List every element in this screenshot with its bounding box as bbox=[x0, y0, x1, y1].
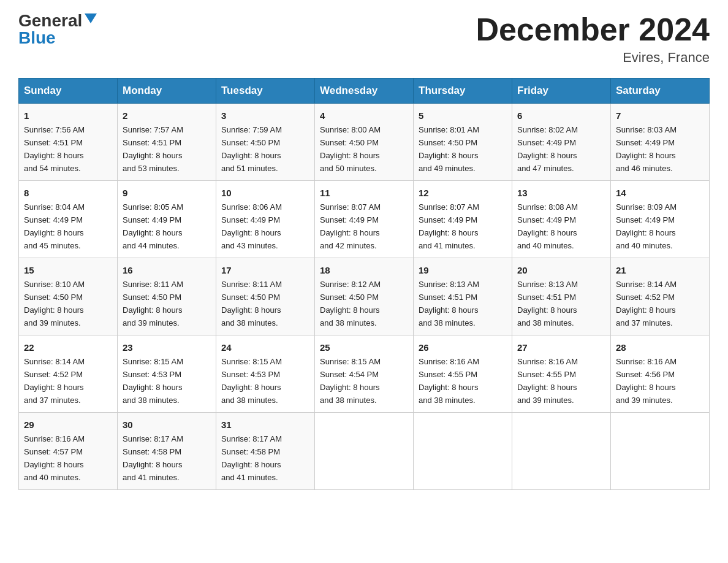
day-info: Sunrise: 8:03 AMSunset: 4:49 PMDaylight:… bbox=[616, 125, 677, 173]
day-cell: 3 Sunrise: 7:59 AMSunset: 4:50 PMDayligh… bbox=[216, 104, 315, 181]
logo: General Blue bbox=[18, 12, 97, 47]
day-info: Sunrise: 8:14 AMSunset: 4:52 PMDaylight:… bbox=[24, 357, 85, 405]
day-cell: 27 Sunrise: 8:16 AMSunset: 4:55 PMDaylig… bbox=[512, 335, 611, 413]
day-cell: 15 Sunrise: 8:10 AMSunset: 4:50 PMDaylig… bbox=[19, 258, 118, 335]
logo-general-text: General bbox=[18, 12, 82, 29]
day-cell: 20 Sunrise: 8:13 AMSunset: 4:51 PMDaylig… bbox=[512, 258, 611, 335]
day-cell: 24 Sunrise: 8:15 AMSunset: 4:53 PMDaylig… bbox=[216, 335, 315, 413]
day-info: Sunrise: 8:07 AMSunset: 4:49 PMDaylight:… bbox=[419, 202, 479, 250]
day-number: 4 bbox=[320, 109, 408, 123]
day-cell: 12 Sunrise: 8:07 AMSunset: 4:49 PMDaylig… bbox=[414, 181, 512, 258]
day-cell: 19 Sunrise: 8:13 AMSunset: 4:51 PMDaylig… bbox=[414, 258, 512, 335]
day-cell: 21 Sunrise: 8:14 AMSunset: 4:52 PMDaylig… bbox=[611, 258, 710, 335]
day-info: Sunrise: 8:13 AMSunset: 4:51 PMDaylight:… bbox=[419, 280, 479, 327]
page-header: General Blue December 2024 Evires, Franc… bbox=[18, 12, 710, 66]
day-cell: 29 Sunrise: 8:16 AMSunset: 4:57 PMDaylig… bbox=[19, 412, 118, 489]
day-number: 15 bbox=[24, 263, 112, 277]
day-info: Sunrise: 8:11 AMSunset: 4:50 PMDaylight:… bbox=[123, 280, 183, 327]
week-row-3: 15 Sunrise: 8:10 AMSunset: 4:50 PMDaylig… bbox=[19, 258, 710, 335]
day-cell: 23 Sunrise: 8:15 AMSunset: 4:53 PMDaylig… bbox=[118, 335, 216, 413]
title-area: December 2024 Evires, France bbox=[476, 12, 710, 66]
header-cell-sunday: Sunday bbox=[19, 79, 118, 104]
day-cell: 22 Sunrise: 8:14 AMSunset: 4:52 PMDaylig… bbox=[19, 335, 118, 413]
day-number: 9 bbox=[123, 186, 211, 200]
day-number: 29 bbox=[24, 418, 112, 432]
day-cell: 2 Sunrise: 7:57 AMSunset: 4:51 PMDayligh… bbox=[118, 104, 216, 181]
day-cell bbox=[512, 412, 611, 489]
header-cell-friday: Friday bbox=[512, 79, 611, 104]
day-number: 17 bbox=[221, 263, 309, 277]
day-cell: 4 Sunrise: 8:00 AMSunset: 4:50 PMDayligh… bbox=[315, 104, 414, 181]
header-row: SundayMondayTuesdayWednesdayThursdayFrid… bbox=[19, 79, 710, 104]
day-number: 30 bbox=[123, 418, 211, 432]
day-number: 16 bbox=[123, 263, 211, 277]
day-info: Sunrise: 8:04 AMSunset: 4:49 PMDaylight:… bbox=[24, 202, 85, 250]
day-info: Sunrise: 8:09 AMSunset: 4:49 PMDaylight:… bbox=[616, 202, 677, 250]
day-cell: 6 Sunrise: 8:02 AMSunset: 4:49 PMDayligh… bbox=[512, 104, 611, 181]
day-cell bbox=[611, 412, 710, 489]
day-info: Sunrise: 8:11 AMSunset: 4:50 PMDaylight:… bbox=[221, 280, 282, 327]
day-number: 19 bbox=[419, 263, 507, 277]
day-number: 12 bbox=[419, 186, 507, 200]
header-cell-saturday: Saturday bbox=[611, 79, 710, 104]
day-info: Sunrise: 8:02 AMSunset: 4:49 PMDaylight:… bbox=[517, 125, 578, 173]
day-info: Sunrise: 8:12 AMSunset: 4:50 PMDaylight:… bbox=[320, 280, 381, 327]
day-number: 31 bbox=[221, 418, 309, 432]
day-info: Sunrise: 8:16 AMSunset: 4:55 PMDaylight:… bbox=[517, 357, 578, 405]
day-info: Sunrise: 7:57 AMSunset: 4:51 PMDaylight:… bbox=[123, 125, 183, 173]
day-info: Sunrise: 8:08 AMSunset: 4:49 PMDaylight:… bbox=[517, 202, 578, 250]
day-cell: 26 Sunrise: 8:16 AMSunset: 4:55 PMDaylig… bbox=[414, 335, 512, 413]
day-number: 21 bbox=[616, 263, 704, 277]
day-cell: 17 Sunrise: 8:11 AMSunset: 4:50 PMDaylig… bbox=[216, 258, 315, 335]
header-cell-wednesday: Wednesday bbox=[315, 79, 414, 104]
day-info: Sunrise: 8:16 AMSunset: 4:56 PMDaylight:… bbox=[616, 357, 677, 405]
day-cell: 5 Sunrise: 8:01 AMSunset: 4:50 PMDayligh… bbox=[414, 104, 512, 181]
day-info: Sunrise: 8:15 AMSunset: 4:53 PMDaylight:… bbox=[221, 357, 282, 405]
day-cell: 14 Sunrise: 8:09 AMSunset: 4:49 PMDaylig… bbox=[611, 181, 710, 258]
day-info: Sunrise: 8:17 AMSunset: 4:58 PMDaylight:… bbox=[221, 434, 282, 482]
day-number: 3 bbox=[221, 109, 309, 123]
day-info: Sunrise: 8:15 AMSunset: 4:53 PMDaylight:… bbox=[123, 357, 183, 405]
day-number: 1 bbox=[24, 109, 112, 123]
day-info: Sunrise: 8:05 AMSunset: 4:49 PMDaylight:… bbox=[123, 202, 183, 250]
week-row-4: 22 Sunrise: 8:14 AMSunset: 4:52 PMDaylig… bbox=[19, 335, 710, 413]
header-cell-tuesday: Tuesday bbox=[216, 79, 315, 104]
calendar-header: SundayMondayTuesdayWednesdayThursdayFrid… bbox=[19, 79, 710, 104]
calendar-body: 1 Sunrise: 7:56 AMSunset: 4:51 PMDayligh… bbox=[19, 104, 710, 490]
day-info: Sunrise: 8:13 AMSunset: 4:51 PMDaylight:… bbox=[517, 280, 578, 327]
day-number: 24 bbox=[221, 340, 309, 354]
day-info: Sunrise: 8:16 AMSunset: 4:55 PMDaylight:… bbox=[419, 357, 479, 405]
day-number: 26 bbox=[419, 340, 507, 354]
day-info: Sunrise: 8:14 AMSunset: 4:52 PMDaylight:… bbox=[616, 280, 677, 327]
week-row-1: 1 Sunrise: 7:56 AMSunset: 4:51 PMDayligh… bbox=[19, 104, 710, 181]
day-info: Sunrise: 7:59 AMSunset: 4:50 PMDaylight:… bbox=[221, 125, 282, 173]
day-cell: 25 Sunrise: 8:15 AMSunset: 4:54 PMDaylig… bbox=[315, 335, 414, 413]
day-cell: 8 Sunrise: 8:04 AMSunset: 4:49 PMDayligh… bbox=[19, 181, 118, 258]
day-cell: 28 Sunrise: 8:16 AMSunset: 4:56 PMDaylig… bbox=[611, 335, 710, 413]
day-number: 6 bbox=[517, 109, 605, 123]
day-info: Sunrise: 8:00 AMSunset: 4:50 PMDaylight:… bbox=[320, 125, 381, 173]
logo-blue-text: Blue bbox=[18, 29, 56, 47]
day-number: 22 bbox=[24, 340, 112, 354]
calendar-table: SundayMondayTuesdayWednesdayThursdayFrid… bbox=[18, 78, 710, 490]
day-cell: 9 Sunrise: 8:05 AMSunset: 4:49 PMDayligh… bbox=[118, 181, 216, 258]
day-number: 7 bbox=[616, 109, 704, 123]
day-info: Sunrise: 8:01 AMSunset: 4:50 PMDaylight:… bbox=[419, 125, 479, 173]
location-text: Evires, France bbox=[476, 50, 710, 66]
day-cell bbox=[315, 412, 414, 489]
week-row-5: 29 Sunrise: 8:16 AMSunset: 4:57 PMDaylig… bbox=[19, 412, 710, 489]
day-number: 28 bbox=[616, 340, 704, 354]
week-row-2: 8 Sunrise: 8:04 AMSunset: 4:49 PMDayligh… bbox=[19, 181, 710, 258]
day-info: Sunrise: 8:10 AMSunset: 4:50 PMDaylight:… bbox=[24, 280, 85, 327]
day-info: Sunrise: 8:06 AMSunset: 4:49 PMDaylight:… bbox=[221, 202, 282, 250]
day-number: 25 bbox=[320, 340, 408, 354]
day-number: 27 bbox=[517, 340, 605, 354]
day-number: 8 bbox=[24, 186, 112, 200]
day-info: Sunrise: 8:17 AMSunset: 4:58 PMDaylight:… bbox=[123, 434, 183, 482]
day-number: 2 bbox=[123, 109, 211, 123]
day-number: 20 bbox=[517, 263, 605, 277]
day-cell: 31 Sunrise: 8:17 AMSunset: 4:58 PMDaylig… bbox=[216, 412, 315, 489]
day-cell: 10 Sunrise: 8:06 AMSunset: 4:49 PMDaylig… bbox=[216, 181, 315, 258]
day-number: 5 bbox=[419, 109, 507, 123]
day-cell: 1 Sunrise: 7:56 AMSunset: 4:51 PMDayligh… bbox=[19, 104, 118, 181]
